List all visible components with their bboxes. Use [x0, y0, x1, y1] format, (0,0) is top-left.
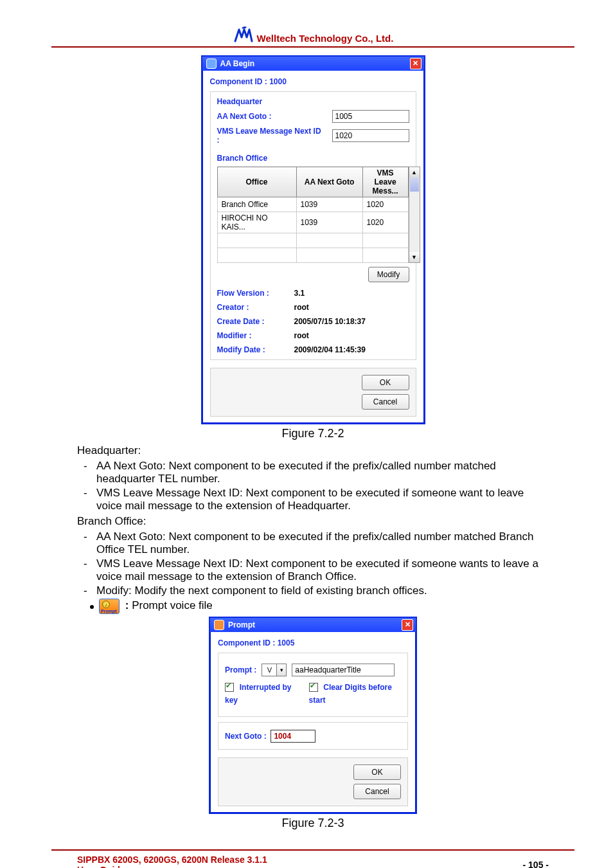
window-title: AA Begin: [220, 59, 255, 68]
modify-button[interactable]: Modify: [368, 267, 409, 282]
dialog-button-bar: OK Cancel: [210, 368, 416, 417]
chevron-down-icon[interactable]: ▾: [276, 664, 286, 676]
list-item: VMS Leave Message Next ID: Next componen…: [77, 557, 549, 583]
create-date-value: 2005/07/15 10:18:37: [294, 317, 409, 326]
prompt-toolbar-icon: ♪Prompt: [99, 599, 120, 614]
table-row[interactable]: Branch Office 1039 1020: [217, 197, 408, 212]
list-item: VMS Leave Message Next ID: Next componen…: [77, 487, 549, 512]
vms-next-id-input[interactable]: [332, 129, 409, 142]
scroll-thumb[interactable]: [410, 177, 419, 192]
close-icon[interactable]: ✕: [410, 58, 422, 69]
component-id-label: Component ID : 1005: [218, 638, 408, 647]
modifier-label: Modifier :: [217, 331, 294, 340]
modifier-value: root: [294, 331, 409, 340]
page-number: - 105 -: [523, 860, 549, 868]
aa-next-goto-input[interactable]: [332, 110, 409, 123]
create-date-label: Create Date :: [217, 317, 294, 326]
table-scrollbar[interactable]: ▲ ▼: [409, 167, 420, 263]
aa-begin-dialog: AA Begin ✕ Component ID : 1000 Headquart…: [201, 55, 425, 424]
figure-caption-2: Figure 7.2-3: [77, 817, 549, 830]
interrupted-checkbox-group[interactable]: Interrupted by key: [225, 680, 299, 706]
ok-button[interactable]: OK: [362, 375, 409, 390]
prompt-name-input[interactable]: [292, 664, 395, 676]
form-panel: Headquarter AA Next Goto : VMS Leave Mes…: [210, 91, 416, 360]
list-item: Modify: Modify the next component to fie…: [77, 584, 549, 597]
cell-vms: 1020: [362, 197, 408, 212]
page-header: Welltech Technology Co., Ltd.: [51, 26, 574, 48]
table-row[interactable]: [217, 248, 408, 263]
prompt-field-label: Prompt :: [225, 665, 256, 674]
col-aa-next: AA Next Goto: [296, 167, 362, 197]
aa-next-goto-label: AA Next Goto :: [217, 112, 323, 121]
page-footer: SIPPBX 6200S, 6200GS, 6200N Release 3.1.…: [51, 849, 574, 868]
list-item: AA Next Goto: Next component to be execu…: [77, 460, 549, 485]
cell-office: Branch Office: [217, 197, 296, 212]
cancel-button[interactable]: Cancel: [353, 784, 401, 799]
metadata-grid: Flow Version : 3.1 Creator : root Create…: [217, 289, 409, 354]
clear-digits-label: Clear Digits before start: [309, 683, 392, 705]
clear-digits-checkbox-group[interactable]: Clear Digits before start: [309, 680, 401, 706]
prompt-bullet-row: ♪Prompt : Prompt voice file: [77, 599, 549, 614]
bullet-icon: [90, 605, 94, 609]
footer-product: SIPPBX 6200S, 6200GS, 6200N Release 3.1.…: [77, 854, 267, 865]
window-title: Prompt: [228, 620, 255, 629]
titlebar[interactable]: Prompt ✕: [210, 618, 416, 632]
creator-label: Creator :: [217, 303, 294, 312]
cell-aa-next: 1039: [296, 197, 362, 212]
cancel-button[interactable]: Cancel: [362, 394, 409, 410]
table-row[interactable]: [217, 233, 408, 248]
modify-date-label: Modify Date :: [217, 345, 294, 354]
ok-button[interactable]: OK: [353, 764, 401, 780]
list-item: AA Next Goto: Next component to be execu…: [77, 530, 549, 556]
cell-office: HIROCHI NO KAIS...: [217, 212, 296, 233]
window-icon: [214, 620, 224, 630]
hq-bullets: AA Next Goto: Next component to be execu…: [77, 460, 549, 512]
flow-version-value: 3.1: [294, 289, 409, 298]
cell-vms: 1020: [362, 212, 408, 233]
branch-office-heading: Branch Office: [217, 154, 409, 163]
scroll-up-icon[interactable]: ▲: [409, 167, 420, 177]
next-goto-input[interactable]: [271, 730, 315, 743]
table-header-row: Office AA Next Goto VMS Leave Mess...: [217, 167, 408, 197]
dialog-button-bar: OK Cancel: [218, 757, 408, 806]
interrupted-label: Interrupted by key: [225, 683, 291, 705]
creator-value: root: [294, 303, 409, 312]
prompt-type-dropdown[interactable]: V ▾: [262, 664, 287, 676]
prompt-desc: Prompt voice file: [132, 599, 213, 611]
welltech-logo: [233, 26, 253, 44]
checkbox-icon[interactable]: [309, 683, 318, 692]
col-office: Office: [217, 167, 296, 197]
hq-line: Headquarter:: [77, 444, 549, 457]
cell-aa-next: 1039: [296, 212, 362, 233]
titlebar[interactable]: AA Begin ✕: [202, 57, 424, 71]
dropdown-current: V: [262, 666, 276, 674]
close-icon[interactable]: ✕: [402, 619, 413, 631]
figure-caption-1: Figure 7.2-2: [77, 427, 549, 440]
bo-bullets: AA Next Goto: Next component to be execu…: [77, 530, 549, 597]
component-id-label: Component ID : 1000: [210, 77, 416, 86]
header-company: Welltech Technology Co., Ltd.: [257, 33, 394, 44]
flow-version-label: Flow Version :: [217, 289, 294, 298]
table-row[interactable]: HIROCHI NO KAIS... 1039 1020: [217, 212, 408, 233]
checkbox-icon[interactable]: [225, 683, 234, 692]
branch-office-table[interactable]: Office AA Next Goto VMS Leave Mess... Br…: [217, 167, 409, 263]
next-goto-panel: Next Goto :: [218, 722, 408, 750]
col-vms: VMS Leave Mess...: [362, 167, 408, 197]
modify-date-value: 2009/02/04 11:45:39: [294, 345, 409, 354]
prompt-dialog: Prompt ✕ Component ID : 1005 Prompt : V …: [209, 617, 417, 814]
prompt-panel: Prompt : V ▾ Interrupted by key: [218, 653, 408, 717]
bo-line: Branch Office:: [77, 515, 549, 528]
scroll-down-icon[interactable]: ▼: [409, 252, 420, 262]
hq-heading: Headquarter: [217, 97, 409, 106]
footer-guide: User Guide: [77, 865, 267, 868]
prompt-colon: :: [125, 599, 129, 611]
vms-next-id-label: VMS Leave Message Next ID :: [217, 127, 323, 145]
window-icon: [206, 59, 217, 69]
next-goto-label: Next Goto :: [225, 732, 267, 741]
